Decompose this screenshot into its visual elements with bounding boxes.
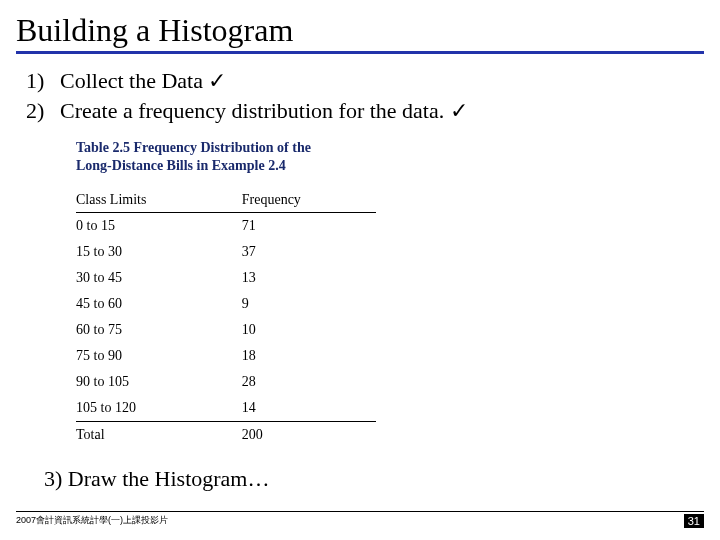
table-row: 75 to 90 18 [76,343,376,369]
footer-text: 2007會計資訊系統計學(一)上課投影片 [16,514,168,527]
cell-class: 45 to 60 [76,291,202,317]
table-row: 60 to 75 10 [76,317,376,343]
cell-class: 0 to 15 [76,213,202,240]
cell-freq: 14 [202,395,376,422]
caption-line-2: Long-Distance Bills in Example 2.4 [76,158,286,173]
table-row: 30 to 45 13 [76,265,376,291]
cell-class: 105 to 120 [76,395,202,422]
cell-freq: 18 [202,343,376,369]
step-1-num: 1) [26,66,52,96]
check-icon: ✓ [208,68,226,93]
table-caption: Table 2.5 Frequency Distribution of the … [76,139,456,174]
table-header-row: Class Limits Frequency [76,190,376,213]
table-row: 15 to 30 37 [76,239,376,265]
footer: 2007會計資訊系統計學(一)上課投影片 31 [16,511,704,528]
cell-freq: 28 [202,369,376,395]
cell-freq: 13 [202,265,376,291]
page-title: Building a Histogram [16,8,704,54]
step-1: 1) Collect the Data ✓ [26,66,704,96]
total-label: Total [76,422,202,449]
cell-class: 15 to 30 [76,239,202,265]
cell-class: 75 to 90 [76,343,202,369]
table-total-row: Total 200 [76,422,376,449]
cell-class: 60 to 75 [76,317,202,343]
cell-class: 90 to 105 [76,369,202,395]
table-row: 105 to 120 14 [76,395,376,422]
cell-class: 30 to 45 [76,265,202,291]
table-row: 0 to 15 71 [76,213,376,240]
frequency-table-block: Table 2.5 Frequency Distribution of the … [76,139,456,448]
col-frequency: Frequency [202,190,376,213]
step-2-label: Create a frequency distribution for the … [60,98,444,123]
step-2-text: Create a frequency distribution for the … [60,96,468,126]
step-3: 3) Draw the Histogram… [44,466,704,492]
step-1-text: Collect the Data ✓ [60,66,226,96]
frequency-table: Class Limits Frequency 0 to 15 71 15 to … [76,190,376,448]
step-2: 2) Create a frequency distribution for t… [26,96,704,126]
check-icon: ✓ [450,98,468,123]
cell-freq: 71 [202,213,376,240]
total-value: 200 [202,422,376,449]
table-row: 90 to 105 28 [76,369,376,395]
table-row: 45 to 60 9 [76,291,376,317]
cell-freq: 37 [202,239,376,265]
caption-line-1: Table 2.5 Frequency Distribution of the [76,140,311,155]
steps-list: 1) Collect the Data ✓ 2) Create a freque… [26,66,704,125]
cell-freq: 9 [202,291,376,317]
step-1-label: Collect the Data [60,68,203,93]
slide: Building a Histogram 1) Collect the Data… [0,0,720,540]
cell-freq: 10 [202,317,376,343]
col-class-limits: Class Limits [76,190,202,213]
step-2-num: 2) [26,96,52,126]
page-number: 31 [684,514,704,528]
